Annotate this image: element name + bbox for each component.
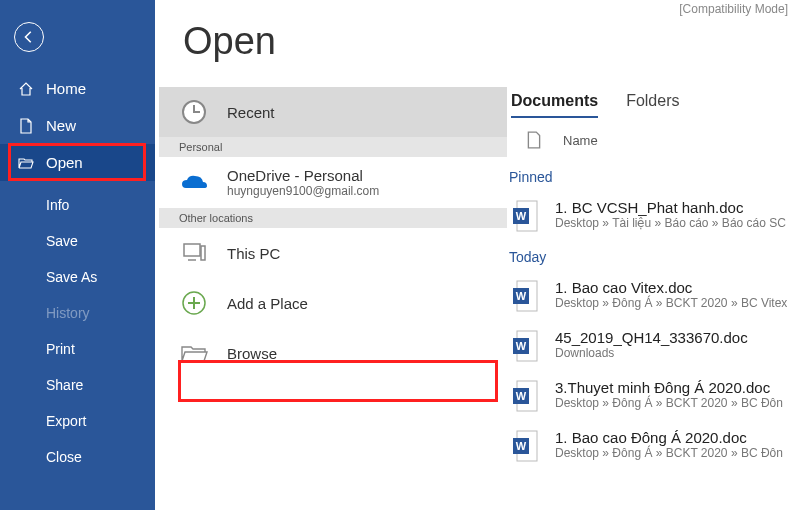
file-header-icon	[525, 131, 543, 149]
location-browse[interactable]: Browse	[159, 328, 507, 378]
nav-label: New	[46, 117, 76, 134]
file-item[interactable]: W 1. Bao cao Vitex.doc Desktop » Đông Á …	[507, 271, 802, 321]
back-button[interactable]	[14, 22, 44, 52]
sub-close[interactable]: Close	[0, 439, 155, 475]
location-label: Browse	[227, 345, 487, 362]
file-path: Desktop » Đông Á » BCKT 2020 » BC Vitex	[555, 296, 787, 310]
word-doc-icon: W	[511, 379, 541, 413]
file-tabs: Documents Folders	[507, 92, 802, 119]
file-path: Downloads	[555, 346, 748, 360]
backstage-sidebar: Home New Open Info Save Save As History …	[0, 0, 155, 510]
locations-pane: Open Recent Personal OneDrive - Personal…	[155, 0, 507, 510]
new-doc-icon	[18, 118, 34, 134]
sub-save[interactable]: Save	[0, 223, 155, 259]
location-label: OneDrive - Personal	[227, 167, 379, 184]
locations-header-other: Other locations	[159, 208, 507, 228]
file-list-pane: [Compatibility Mode] Documents Folders N…	[507, 0, 802, 510]
location-label: This PC	[227, 245, 487, 262]
tab-folders[interactable]: Folders	[626, 92, 679, 118]
file-item[interactable]: W 3.Thuyet minh Đông Á 2020.doc Desktop …	[507, 371, 802, 421]
locations-header-personal: Personal	[159, 137, 507, 157]
nav-home[interactable]: Home	[0, 70, 155, 107]
location-onedrive[interactable]: OneDrive - Personal huynguyen9100@gmail.…	[159, 157, 507, 208]
file-path: Desktop » Đông Á » BCKT 2020 » BC Đôn	[555, 446, 783, 460]
list-header-name[interactable]: Name	[563, 133, 598, 148]
location-label: Recent	[227, 104, 487, 121]
file-path: Desktop » Đông Á » BCKT 2020 » BC Đôn	[555, 396, 783, 410]
nav-label: Open	[46, 154, 83, 171]
file-name: 1. Bao cao Vitex.doc	[555, 279, 787, 296]
list-header: Name	[507, 119, 802, 161]
sub-nav: Info Save Save As History Print Share Ex…	[0, 187, 155, 475]
pc-icon	[179, 238, 209, 268]
add-place-icon	[179, 288, 209, 318]
word-doc-icon: W	[511, 429, 541, 463]
titlebar-fragment: [Compatibility Mode]	[665, 0, 802, 18]
file-path: Desktop » Tài liệu » Báo cáo » Báo cáo S…	[555, 216, 786, 230]
location-recent[interactable]: Recent	[159, 87, 507, 137]
sub-export[interactable]: Export	[0, 403, 155, 439]
home-icon	[18, 81, 34, 97]
location-sublabel: huynguyen9100@gmail.com	[227, 184, 379, 198]
browse-folder-icon	[179, 338, 209, 368]
file-item[interactable]: W 45_2019_QH14_333670.doc Downloads	[507, 321, 802, 371]
open-folder-icon	[18, 155, 34, 171]
sub-print[interactable]: Print	[0, 331, 155, 367]
sub-share[interactable]: Share	[0, 367, 155, 403]
page-title: Open	[183, 20, 507, 63]
nav-new[interactable]: New	[0, 107, 155, 144]
word-doc-icon: W	[511, 279, 541, 313]
sub-history: History	[0, 295, 155, 331]
group-pinned: Pinned	[507, 161, 802, 191]
file-name: 45_2019_QH14_333670.doc	[555, 329, 748, 346]
onedrive-icon	[179, 168, 209, 198]
group-today: Today	[507, 241, 802, 271]
svg-text:W: W	[516, 210, 527, 222]
file-item[interactable]: W 1. BC VCSH_Phat hanh.doc Desktop » Tài…	[507, 191, 802, 241]
nav-label: Home	[46, 80, 86, 97]
clock-icon	[179, 97, 209, 127]
sub-info[interactable]: Info	[0, 187, 155, 223]
location-addplace[interactable]: Add a Place	[159, 278, 507, 328]
back-arrow-icon	[22, 30, 36, 44]
word-doc-icon: W	[511, 329, 541, 363]
file-item[interactable]: W 1. Bao cao Đông Á 2020.doc Desktop » Đ…	[507, 421, 802, 471]
location-thispc[interactable]: This PC	[159, 228, 507, 278]
svg-text:W: W	[516, 340, 527, 352]
nav-open[interactable]: Open	[0, 144, 155, 181]
tab-documents[interactable]: Documents	[511, 92, 598, 118]
svg-text:W: W	[516, 440, 527, 452]
location-label: Add a Place	[227, 295, 487, 312]
file-name: 1. BC VCSH_Phat hanh.doc	[555, 199, 786, 216]
word-doc-icon: W	[511, 199, 541, 233]
file-name: 3.Thuyet minh Đông Á 2020.doc	[555, 379, 783, 396]
svg-rect-2	[201, 246, 205, 260]
file-name: 1. Bao cao Đông Á 2020.doc	[555, 429, 783, 446]
svg-text:W: W	[516, 390, 527, 402]
svg-text:W: W	[516, 290, 527, 302]
svg-rect-1	[184, 244, 200, 256]
sub-save-as[interactable]: Save As	[0, 259, 155, 295]
